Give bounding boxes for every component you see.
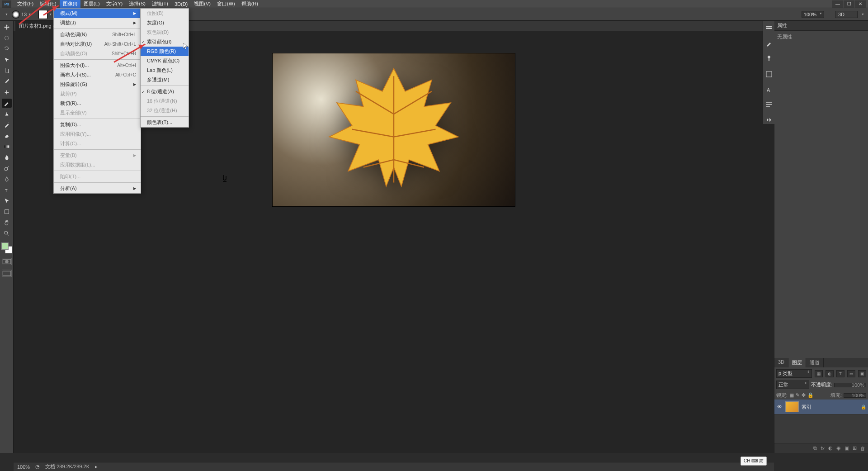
close-button[interactable]: ✕ — [855, 0, 866, 8]
pen-tool-icon[interactable] — [2, 175, 12, 184]
blend-mode-select[interactable]: 正常⇕ — [776, 381, 809, 389]
new-layer-icon[interactable]: ⊞ — [853, 445, 857, 451]
blur-tool-icon[interactable] — [2, 153, 12, 162]
tool-preset-icon[interactable]: ▼ — [4, 13, 8, 16]
menu-item-图像旋转(G)[interactable]: 图像旋转(G)▶ — [54, 80, 141, 89]
menu-item-自动色调(N)[interactable]: 自动色调(N)Shift+Ctrl+L — [54, 30, 141, 39]
menu-window[interactable]: 窗口(W) — [214, 0, 238, 8]
layer-row-index[interactable]: 👁 索引 🔒 — [774, 400, 868, 414]
brush-tool-icon[interactable] — [2, 99, 12, 108]
brush-preset-picker[interactable]: 13 ▼ — [12, 10, 31, 19]
tool-preset-panel-icon[interactable] — [765, 117, 773, 124]
foreground-color-swatch[interactable] — [1, 243, 9, 250]
color-swatches[interactable] — [1, 243, 12, 253]
ime-badge[interactable]: CH ⌨ 简 — [741, 457, 767, 466]
tab-3d[interactable]: 3D — [774, 358, 788, 367]
layer-mask-icon[interactable]: ◐ — [828, 445, 833, 451]
zoom-tool-icon[interactable] — [2, 229, 12, 238]
menu-item-自动对比度(U)[interactable]: 自动对比度(U)Alt+Shift+Ctrl+L — [54, 39, 141, 49]
panel-4-icon[interactable] — [765, 71, 773, 78]
shape-tool-icon[interactable] — [2, 207, 12, 216]
tab-layers[interactable]: 图层 — [788, 358, 806, 367]
mode-item-索引颜色(I)[interactable]: ✓索引颜色(I) — [141, 37, 189, 47]
link-layers-icon[interactable]: ⧉ — [813, 445, 817, 451]
layer-visibility-icon[interactable]: 👁 — [776, 404, 783, 410]
menu-item-调整(J)[interactable]: 调整(J)▶ — [54, 18, 141, 28]
lock-position-icon[interactable]: ✥ — [802, 392, 806, 398]
mode-item-多通道(M)[interactable]: 多通道(M) — [141, 75, 189, 85]
quick-mask-icon[interactable] — [2, 258, 12, 265]
color-swatch-option[interactable]: ▼ — [38, 10, 52, 19]
tab-channels[interactable]: 通道 — [806, 358, 824, 367]
mode-item-8 位/通道(A)[interactable]: ✓8 位/通道(A) — [141, 87, 189, 96]
fill-value[interactable]: 100% — [844, 393, 866, 398]
crop-tool-icon[interactable] — [2, 66, 12, 75]
move-tool-icon[interactable] — [2, 23, 12, 32]
opacity-value[interactable]: 100% — [834, 383, 866, 387]
screen-mode-icon[interactable] — [2, 270, 12, 277]
maximize-button[interactable]: ❐ — [844, 0, 854, 8]
paragraph-panel-icon[interactable] — [765, 101, 773, 109]
mode-item-RGB 颜色(R)[interactable]: RGB 颜色(R) — [141, 47, 189, 56]
zoom-value[interactable]: 100% ▼ — [802, 11, 824, 18]
gradient-tool-icon[interactable] — [2, 142, 12, 151]
new-group-icon[interactable]: ▣ — [844, 445, 849, 451]
menu-item-模式(M)[interactable]: 模式(M)▶ — [54, 9, 141, 18]
mode-item-灰度(G)[interactable]: 灰度(G) — [141, 18, 189, 28]
menu-image[interactable]: 图像(I) — [60, 0, 80, 8]
layer-kind-select[interactable]: p 类型⇕ — [776, 369, 812, 378]
menu-layer[interactable]: 图层(L) — [80, 0, 103, 8]
mode-item-颜色表(T)...[interactable]: 颜色表(T)... — [141, 118, 189, 127]
filter-smart-icon[interactable]: ▣ — [858, 370, 866, 377]
lasso-tool-icon[interactable] — [2, 44, 12, 53]
history-brush-tool-icon[interactable] — [2, 120, 12, 129]
history-panel-icon[interactable] — [765, 24, 773, 32]
filter-pixel-icon[interactable]: ▦ — [815, 370, 823, 377]
canvas[interactable] — [273, 53, 515, 206]
brush-preset-panel-icon[interactable] — [765, 40, 773, 47]
delete-layer-icon[interactable]: 🗑 — [860, 446, 865, 451]
menu-item-图像大小(I)...[interactable]: 图像大小(I)...Alt+Ctrl+I — [54, 61, 141, 70]
menu-item-画布大小(S)...[interactable]: 画布大小(S)...Alt+Ctrl+C — [54, 70, 141, 80]
menu-item-裁切(R)...[interactable]: 裁切(R)... — [54, 99, 141, 108]
status-arrow-icon[interactable]: ▸ — [95, 464, 98, 470]
menu-select[interactable]: 选择(S) — [126, 0, 149, 8]
menu-help[interactable]: 帮助(H) — [238, 0, 261, 8]
filter-shape-icon[interactable]: ▭ — [847, 370, 855, 377]
menu-edit[interactable]: 编辑(E) — [37, 0, 60, 8]
path-select-tool-icon[interactable] — [2, 196, 12, 205]
layer-fx-icon[interactable]: fx — [821, 446, 825, 451]
layer-thumbnail[interactable] — [785, 401, 799, 412]
dodge-tool-icon[interactable] — [2, 164, 12, 173]
hand-tool-icon[interactable] — [2, 218, 12, 227]
properties-panel-header[interactable]: 属性 — [774, 21, 868, 31]
eraser-tool-icon[interactable] — [2, 131, 12, 140]
menu-file[interactable]: 文件(F) — [14, 0, 37, 8]
menu-view[interactable]: 视图(V) — [191, 0, 214, 8]
eyedropper-tool-icon[interactable] — [2, 77, 12, 86]
menu-filter[interactable]: 滤镜(T) — [149, 0, 171, 8]
character-panel-icon[interactable]: A — [765, 86, 773, 93]
mode-item-CMYK 颜色(C)[interactable]: CMYK 颜色(C) — [141, 56, 189, 66]
status-zoom[interactable]: 100% — [17, 464, 30, 470]
mode-item-Lab 颜色(L)[interactable]: Lab 颜色(L) — [141, 66, 189, 75]
3d-mode-select[interactable]: 3D — [835, 11, 858, 18]
menu-item-分析(A)[interactable]: 分析(A)▶ — [54, 184, 141, 193]
brush-panel-icon[interactable] — [765, 55, 773, 62]
healing-brush-tool-icon[interactable] — [2, 88, 12, 97]
status-info-icon[interactable]: ◔ — [35, 464, 40, 470]
new-fill-layer-icon[interactable]: ◉ — [836, 445, 841, 451]
lock-paint-icon[interactable]: ✎ — [796, 392, 800, 398]
minimize-button[interactable]: — — [832, 0, 843, 8]
menu-3d[interactable]: 3D(D) — [171, 0, 191, 8]
filter-type-icon[interactable]: T — [836, 370, 844, 377]
marquee-tool-icon[interactable] — [2, 33, 12, 43]
menu-item-复制(D)...[interactable]: 复制(D)... — [54, 120, 141, 129]
3d-dropdown-icon[interactable]: ▼ — [861, 13, 864, 16]
menu-type[interactable]: 文字(Y) — [103, 0, 126, 8]
lock-transparency-icon[interactable]: ▦ — [789, 392, 794, 398]
lock-all-icon[interactable]: 🔒 — [807, 392, 814, 398]
filter-adjust-icon[interactable]: ◐ — [826, 370, 834, 377]
clone-stamp-tool-icon[interactable] — [2, 109, 12, 119]
type-tool-icon[interactable]: T — [2, 186, 12, 195]
